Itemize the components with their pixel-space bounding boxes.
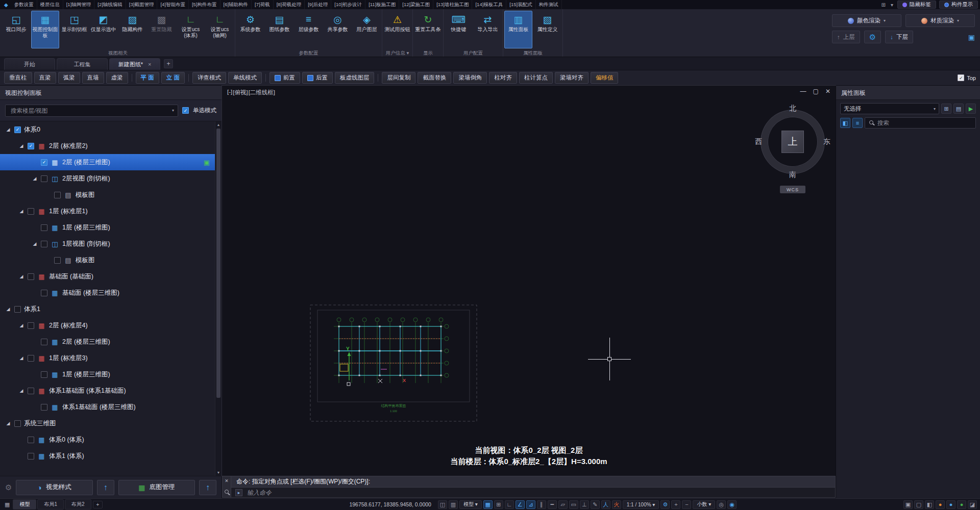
- compass-up-face[interactable]: 上: [781, 131, 804, 153]
- test-button[interactable]: ⚠测试用按钮: [383, 11, 411, 48]
- menu-tab[interactable]: [6]辅助构件: [220, 0, 252, 9]
- new-tab-button[interactable]: +: [164, 59, 173, 68]
- expand-arrow-icon[interactable]: ◢: [18, 209, 24, 214]
- property-search-box[interactable]: [865, 117, 976, 129]
- layer-badge-icon[interactable]: ▣: [204, 159, 210, 166]
- color-render-button[interactable]: 颜色渲染 ▾: [832, 14, 901, 27]
- tree-checkbox[interactable]: [41, 175, 47, 182]
- menu-tab[interactable]: [10]初步设计: [331, 0, 365, 9]
- tree-checkbox[interactable]: [54, 257, 61, 264]
- visual-style-up-button[interactable]: ↑: [97, 480, 114, 495]
- compass-north[interactable]: 北: [789, 104, 796, 113]
- tree-checkbox[interactable]: [28, 453, 34, 460]
- import-export-button[interactable]: ⇄导入导出: [474, 11, 502, 48]
- top-view-checkbox[interactable]: [958, 74, 964, 81]
- interlayer-copy-button[interactable]: 层间复制: [382, 72, 415, 84]
- menu-tab[interactable]: [8]荷载处理: [274, 0, 305, 9]
- tree-node-s1-floor1-3d[interactable]: ◢▦1层 (楼层三维图): [0, 366, 215, 382]
- tree-node-system-3d[interactable]: ◢系统三维图: [0, 415, 215, 431]
- grid-display-icon[interactable]: ▦: [483, 500, 493, 509]
- tree-node-system1[interactable]: ◢体系1: [0, 301, 215, 317]
- expand-arrow-icon[interactable]: ◢: [18, 355, 24, 361]
- scale-display[interactable]: 1:1 / 100% ▾: [623, 500, 659, 509]
- zoom-in-icon[interactable]: +: [671, 500, 680, 509]
- viewport-minimize-control[interactable]: [-]: [227, 89, 232, 96]
- selection-cycling-icon[interactable]: ▭: [569, 500, 578, 509]
- slab-dashed-layer-button[interactable]: 板虚线图层: [335, 72, 375, 84]
- menu-tab[interactable]: 构件测试: [536, 0, 562, 9]
- tree-node-s1-floor1-std[interactable]: ◢▦1层 (标准层3): [0, 350, 215, 366]
- property-panel-button[interactable]: ▥属性面板: [504, 11, 532, 48]
- tree-checkbox[interactable]: [28, 437, 34, 443]
- set-ucs-system-button[interactable]: ∟设置ucs (体系): [177, 11, 205, 48]
- polar-tracking-icon[interactable]: ∠: [516, 500, 525, 509]
- minimize-icon[interactable]: —: [800, 88, 806, 95]
- tree-checkbox[interactable]: [41, 371, 47, 378]
- tree-checkbox[interactable]: [28, 208, 34, 215]
- floor-search-input[interactable]: [10, 107, 170, 114]
- menu-tab[interactable]: 楼层信息: [37, 0, 63, 9]
- section-replace-button[interactable]: 截面替换: [418, 72, 451, 84]
- hardware-accel-icon[interactable]: 火: [612, 500, 621, 509]
- tree-node-template[interactable]: ◢▤模板图: [0, 252, 215, 268]
- plan-view-button[interactable]: 平 面: [136, 72, 159, 84]
- property-list-icon[interactable]: ▤: [953, 104, 964, 114]
- hide-labels-toggle[interactable]: 隐藏标签: [897, 1, 936, 9]
- command-input[interactable]: [246, 489, 831, 497]
- tree-checkbox[interactable]: [41, 290, 47, 296]
- tree-checkbox[interactable]: [41, 241, 47, 247]
- send-back-button[interactable]: 后置: [302, 72, 333, 84]
- property-define-button[interactable]: ▧属性定义: [533, 11, 561, 48]
- menu-tab[interactable]: [15]装配式: [506, 0, 535, 9]
- collaboration-icon[interactable]: 人: [601, 500, 610, 509]
- expand-arrow-icon[interactable]: ◢: [32, 241, 38, 246]
- new-property-group-icon[interactable]: ⊞: [941, 104, 951, 114]
- bring-front-button[interactable]: 前置: [270, 72, 300, 84]
- ribbon-collapse-icon[interactable]: ▾: [890, 2, 894, 8]
- list-view-toggle-icon[interactable]: ≡: [852, 118, 863, 128]
- upper-layer-button[interactable]: ↑ 上层: [832, 31, 860, 43]
- tree-node-floor2-3d[interactable]: ◢▦2层 (楼层三维图)▣: [0, 154, 215, 170]
- wcs-badge[interactable]: WCS: [780, 186, 805, 193]
- layout-tab[interactable]: 布局1: [37, 499, 64, 509]
- reset-toolbar-button[interactable]: ↻重置工具条: [414, 11, 442, 48]
- shortcut-keys-button[interactable]: ⌨快捷键: [445, 11, 473, 48]
- basemap-manage-button[interactable]: ▦ 底图管理: [118, 480, 195, 495]
- snap-mode-icon[interactable]: ⊞: [494, 500, 503, 509]
- tree-node-foundation[interactable]: ◢▦基础面 (基础面): [0, 268, 215, 285]
- drawing-canvas[interactable]: [-] [俯视] [二维线框] — ▢ ✕ 北 南 西 东 上 WCS: [222, 86, 836, 476]
- tree-node-s1-floor2-3d[interactable]: ◢▦2层 (楼层三维图): [0, 334, 215, 350]
- detail-mode-button[interactable]: 详查模式: [192, 72, 226, 84]
- tree-node-system1-3d[interactable]: ◢▦体系1 (体系): [0, 448, 215, 464]
- expand-arrow-icon[interactable]: ◢: [5, 421, 11, 426]
- elevation-view-button[interactable]: 立 面: [161, 72, 185, 84]
- command-search-icon[interactable]: [225, 490, 229, 494]
- menu-tab[interactable]: [5]构件布置: [189, 0, 220, 9]
- expand-arrow-icon[interactable]: ◢: [18, 323, 24, 328]
- view-control-panel-button[interactable]: ▦视图控制面板: [31, 11, 59, 48]
- help-status-icon[interactable]: ◉: [727, 500, 737, 509]
- search-zoom-icon[interactable]: ◎: [717, 500, 726, 509]
- clean-screen-icon[interactable]: ◪: [968, 500, 977, 509]
- tray-layers-icon[interactable]: ◧: [925, 500, 934, 509]
- display-settings-icon[interactable]: ⚙: [660, 500, 670, 509]
- tree-checkbox[interactable]: [54, 192, 61, 198]
- tree-node-s1-foundation-3d[interactable]: ◢▦体系1基础面 (楼层三维图): [0, 399, 215, 415]
- user-layers-button[interactable]: ◈用户图层: [353, 11, 381, 48]
- scrollbar-thumb[interactable]: [216, 129, 220, 398]
- zoom-out-icon[interactable]: −: [682, 500, 691, 509]
- close-icon[interactable]: ✕: [825, 88, 830, 95]
- layer-settings-button[interactable]: ⚙: [864, 31, 881, 43]
- compass-west[interactable]: 西: [755, 137, 762, 146]
- tree-checkbox[interactable]: [28, 355, 34, 362]
- tree-checkbox[interactable]: [41, 224, 47, 231]
- menu-tab[interactable]: [13]墙柱施工图: [433, 0, 472, 9]
- tray-display-icon[interactable]: ▣: [903, 500, 913, 509]
- sheet-params-button[interactable]: ▤图纸参数: [265, 11, 293, 48]
- basemap-up-button[interactable]: ↑: [199, 480, 216, 495]
- straight-beam-button[interactable]: 直梁: [34, 72, 56, 84]
- tree-node-s1-floor2-std[interactable]: ◢▦2层 (标准层4): [0, 317, 215, 334]
- tree-checkbox[interactable]: [28, 322, 34, 329]
- compass-east[interactable]: 东: [823, 137, 830, 146]
- view-compass[interactable]: 北 南 西 东 上: [754, 103, 831, 181]
